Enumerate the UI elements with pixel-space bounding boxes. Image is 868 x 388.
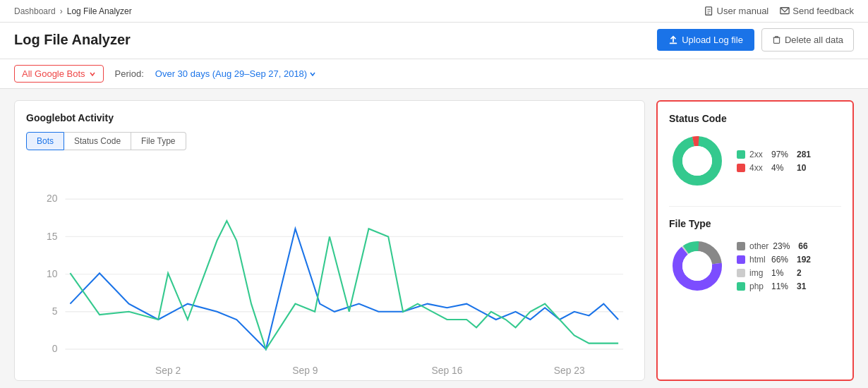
status-code-donut: [669, 133, 725, 189]
breadcrumb-home[interactable]: Dashboard: [14, 6, 56, 16]
file-type-content: other 23% 66 html 66% 192 img 1% 2: [669, 238, 841, 294]
svg-text:10: 10: [47, 268, 58, 279]
svg-text:0: 0: [52, 343, 58, 354]
status-donut-chart: [669, 133, 725, 189]
content-area: Googlebot Activity Bots Status Code File…: [0, 89, 868, 388]
filetype-img-row: img 1% 2: [737, 268, 811, 278]
svg-text:Sep 16: Sep 16: [431, 365, 462, 376]
chart-tabs: Bots Status Code File Type: [26, 132, 633, 150]
status-2xx-color: [737, 150, 745, 159]
header-actions: Upload Log file Delete all data: [657, 28, 854, 51]
period-label: Period:: [115, 68, 144, 79]
delete-icon: [772, 35, 781, 44]
chevron-down-icon: [309, 71, 316, 78]
svg-text:20: 20: [47, 193, 58, 204]
file-type-title: File Type: [669, 218, 841, 229]
tab-status-code[interactable]: Status Code: [64, 132, 131, 150]
top-right-links: User manual Send feedback: [704, 6, 854, 16]
status-4xx-row: 4xx 4% 10: [737, 163, 811, 173]
main-header: Log File Analyzer Upload Log file Delete…: [0, 23, 868, 59]
book-icon: [704, 6, 714, 16]
upload-log-button[interactable]: Upload Log file: [657, 29, 754, 51]
breadcrumb: Dashboard › Log File Analyzer: [14, 6, 132, 16]
filetype-php-row: php 11% 31: [737, 281, 811, 291]
chart-panel: Googlebot Activity Bots Status Code File…: [14, 100, 645, 381]
svg-text:5: 5: [52, 305, 58, 317]
status-code-section: Status Code 2xx 97% 281: [669, 113, 841, 189]
section-divider: [669, 206, 841, 207]
status-code-content: 2xx 97% 281 4xx 4% 10: [669, 133, 841, 189]
filetype-other-color: [737, 242, 745, 250]
tab-bots[interactable]: Bots: [26, 132, 64, 150]
user-manual-link[interactable]: User manual: [704, 6, 769, 16]
status-2xx-row: 2xx 97% 281: [737, 150, 811, 159]
file-type-legend: other 23% 66 html 66% 192 img 1% 2: [737, 241, 811, 291]
filetype-html-row: html 66% 192: [737, 255, 811, 265]
period-selector[interactable]: Over 30 days (Aug 29–Sep 27, 2018): [155, 68, 316, 79]
svg-text:Sep 23: Sep 23: [554, 365, 585, 376]
activity-chart: 0 5 10 15 20 Sep 2 Sep 9 Sep 16 Sep 23: [26, 162, 633, 388]
filetype-html-color: [737, 255, 745, 264]
upload-icon: [668, 35, 678, 45]
delete-all-button[interactable]: Delete all data: [761, 28, 854, 51]
filetype-php-color: [737, 282, 745, 291]
filter-bar: All Google Bots Period: Over 30 days (Au…: [0, 59, 868, 89]
send-feedback-link[interactable]: Send feedback: [780, 6, 854, 16]
breadcrumb-separator: ›: [60, 6, 63, 16]
tab-file-type[interactable]: File Type: [131, 132, 186, 150]
file-type-donut-chart: [669, 238, 725, 294]
status-4xx-color: [737, 164, 745, 172]
svg-rect-6: [773, 37, 779, 43]
feedback-icon: [780, 6, 790, 16]
chevron-down-icon: [89, 71, 96, 78]
page-title: Log File Analyzer: [14, 32, 131, 48]
filetype-img-color: [737, 269, 745, 277]
svg-text:Sep 9: Sep 9: [292, 365, 318, 376]
chart-title: Googlebot Activity: [26, 112, 633, 123]
top-bar: Dashboard › Log File Analyzer User manua…: [0, 0, 868, 23]
file-type-section: File Type: [669, 218, 841, 294]
svg-rect-5: [670, 42, 677, 44]
side-panel: Status Code 2xx 97% 281: [656, 100, 854, 381]
svg-point-28: [682, 251, 712, 281]
bot-filter[interactable]: All Google Bots: [14, 65, 104, 83]
status-code-title: Status Code: [669, 113, 841, 124]
filetype-other-row: other 23% 66: [737, 241, 811, 251]
status-code-legend: 2xx 97% 281 4xx 4% 10: [737, 150, 811, 173]
file-type-donut: [669, 238, 725, 294]
chart-area: 0 5 10 15 20 Sep 2 Sep 9 Sep 16 Sep 23: [26, 162, 633, 388]
svg-text:15: 15: [47, 231, 58, 242]
svg-text:Sep 2: Sep 2: [155, 365, 181, 376]
svg-point-23: [682, 146, 712, 176]
breadcrumb-current: Log File Analyzer: [67, 6, 132, 16]
